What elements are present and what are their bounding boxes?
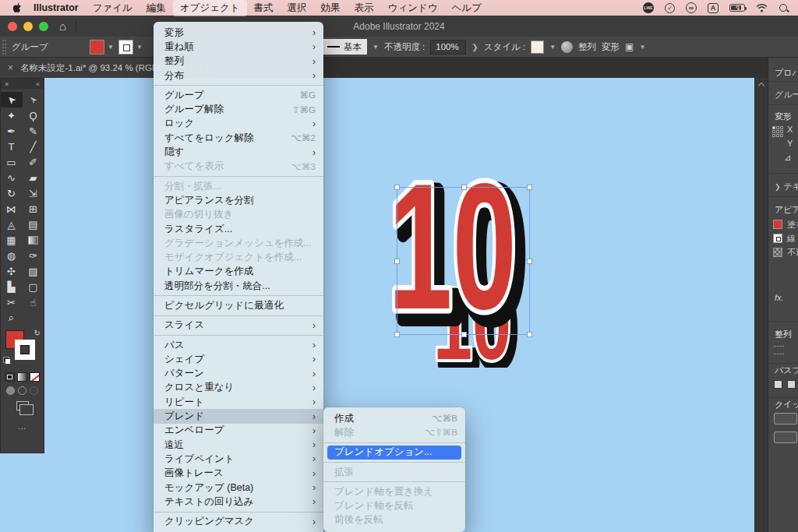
menubar-item-2[interactable]: 編集: [139, 0, 173, 16]
menu-item[interactable]: 分布›: [154, 69, 323, 83]
menu-item[interactable]: ピクセルグリッドに最適化: [154, 298, 323, 312]
chevron-down-icon[interactable]: ▼: [639, 44, 645, 51]
gradient-mode-button[interactable]: [17, 372, 27, 382]
selection-handle[interactable]: [527, 185, 532, 190]
change-screen-mode-button[interactable]: [16, 401, 29, 410]
default-fill-stroke-icon[interactable]: [3, 357, 11, 365]
menu-item[interactable]: 透明部分を分割・統合...: [154, 279, 323, 293]
input-source-icon[interactable]: A: [708, 3, 719, 13]
menu-item-blend-options[interactable]: ブレンドオプション...: [327, 446, 461, 460]
menu-item[interactable]: 隠す›: [154, 145, 323, 159]
hand-tool[interactable]: ☝: [23, 294, 44, 310]
fill-color-swatch[interactable]: [90, 40, 104, 55]
chevron-down-icon[interactable]: ▼: [136, 44, 143, 51]
selection-bounding-box[interactable]: [397, 187, 530, 335]
chevron-down-icon[interactable]: ▼: [108, 44, 114, 51]
line-segment-tool[interactable]: ╱: [23, 139, 44, 154]
draw-inside-mode[interactable]: [30, 386, 38, 395]
pen-tool[interactable]: ✒: [1, 123, 23, 139]
effects-button[interactable]: fx.: [775, 293, 784, 302]
appearance-stroke-swatch[interactable]: [773, 234, 782, 243]
menu-item[interactable]: シェイプ›: [154, 352, 323, 366]
curvature-tool[interactable]: ✎: [23, 123, 44, 139]
line-app-icon[interactable]: LINE: [643, 2, 654, 13]
menu-item[interactable]: モックアップ (Beta)›: [154, 481, 323, 495]
isolate-selection-icon[interactable]: ▣: [625, 41, 634, 52]
menu-item[interactable]: スライス›: [154, 319, 323, 333]
close-panel-icon[interactable]: ×: [5, 80, 9, 88]
menubar-item-9[interactable]: ヘルプ: [445, 0, 489, 16]
menu-item[interactable]: すべてをロック解除⌥⌘2: [154, 131, 323, 145]
menubar-item-5[interactable]: 選択: [281, 0, 314, 16]
menu-item[interactable]: トリムマークを作成: [154, 265, 323, 279]
vertical-scrollbar[interactable]: [754, 78, 768, 532]
quick-action-button[interactable]: [774, 432, 797, 443]
edit-toolbar-ellipsis[interactable]: …: [1, 421, 44, 431]
none-mode-button[interactable]: [30, 372, 40, 382]
menu-item[interactable]: 変形›: [154, 26, 323, 40]
scale-tool[interactable]: ⇲: [23, 185, 44, 201]
stroke-color-swatch[interactable]: [118, 40, 133, 55]
menubar-item-8[interactable]: ウィンドウ: [381, 0, 445, 16]
apple-menu-icon[interactable]: [9, 2, 25, 13]
eraser-tool[interactable]: ▰: [23, 170, 44, 185]
chevron-down-icon[interactable]: ▼: [373, 44, 379, 51]
menu-item[interactable]: グループ⌘G: [154, 88, 323, 102]
globe-icon[interactable]: [561, 41, 573, 53]
close-tab-icon[interactable]: ×: [8, 62, 13, 73]
align-options-icon[interactable]: [774, 346, 784, 354]
pathfinder-unite-icon[interactable]: [774, 380, 782, 389]
pathfinder-minus-icon[interactable]: [787, 380, 796, 389]
menu-item[interactable]: クリッピングマスク›: [154, 515, 323, 529]
menubar-item-4[interactable]: 書式: [247, 0, 281, 16]
menu-item[interactable]: パターン›: [154, 367, 323, 381]
menu-item[interactable]: パス›: [154, 338, 323, 352]
color-mode-button[interactable]: [5, 372, 15, 382]
direct-selection-tool[interactable]: ➢: [23, 92, 44, 107]
zoom-tool[interactable]: ⌕: [1, 310, 23, 326]
selection-handle[interactable]: [461, 185, 467, 190]
appearance-fill-swatch[interactable]: [773, 220, 782, 229]
menu-item[interactable]: ライブペイント›: [154, 452, 323, 466]
magic-wand-tool[interactable]: ✦: [1, 107, 23, 123]
menu-item[interactable]: ラスタライズ...: [154, 222, 323, 236]
chevron-down-icon[interactable]: ▼: [549, 44, 556, 51]
blend-tool[interactable]: ◍: [1, 248, 23, 263]
menu-item[interactable]: 作成⌥⌘B: [323, 411, 465, 425]
selection-handle[interactable]: [527, 259, 532, 264]
menu-item[interactable]: テキストの回り込み›: [154, 495, 323, 509]
selection-handle[interactable]: [394, 332, 400, 337]
disclosure-arrow-icon[interactable]: ❯: [775, 183, 781, 191]
panel-grip[interactable]: [2, 40, 6, 55]
collapse-panel-icon[interactable]: «: [36, 80, 40, 88]
shape-builder-tool[interactable]: ◬: [1, 217, 23, 232]
align-button[interactable]: 整列: [578, 41, 596, 53]
menu-item[interactable]: グループ解除⇧⌘G: [154, 102, 323, 116]
menubar-item-6[interactable]: 効果: [314, 0, 348, 16]
selection-handle[interactable]: [461, 332, 467, 337]
menubar-item-illustrator[interactable]: Illustrator: [26, 1, 86, 15]
eyedropper-tool[interactable]: ✑: [23, 248, 44, 263]
reference-point-selector[interactable]: [772, 126, 783, 137]
column-graph-tool[interactable]: ▙: [1, 279, 23, 294]
menu-item[interactable]: クロスと重なり›: [154, 381, 323, 395]
check-circle-status-icon[interactable]: ✓: [665, 3, 675, 13]
selection-handle[interactable]: [394, 259, 400, 264]
quick-action-button[interactable]: [774, 413, 797, 425]
battery-icon[interactable]: ↯: [729, 4, 745, 12]
menubar-item-7[interactable]: 表示: [348, 0, 381, 16]
text-section-toggle[interactable]: ❯テキスト: [775, 181, 798, 192]
spotlight-search-icon[interactable]: [779, 3, 789, 13]
draw-behind-mode[interactable]: [18, 386, 26, 395]
menu-item[interactable]: 重ね順›: [154, 40, 323, 54]
menu-item-blend[interactable]: ブレンド›: [154, 409, 323, 423]
symbol-sprayer-tool[interactable]: ▨: [23, 263, 44, 279]
selection-handle[interactable]: [527, 332, 532, 337]
menu-item[interactable]: 画像トレース›: [154, 467, 323, 481]
artboard-tool[interactable]: ▢: [23, 279, 44, 294]
menu-item[interactable]: ロック›: [154, 117, 323, 131]
symbols-tool[interactable]: ✣: [1, 263, 23, 279]
lasso-tool[interactable]: Ϙ: [23, 107, 44, 123]
opacity-options-arrow[interactable]: ❯: [471, 43, 478, 51]
appearance-opacity-icon[interactable]: [773, 248, 782, 257]
